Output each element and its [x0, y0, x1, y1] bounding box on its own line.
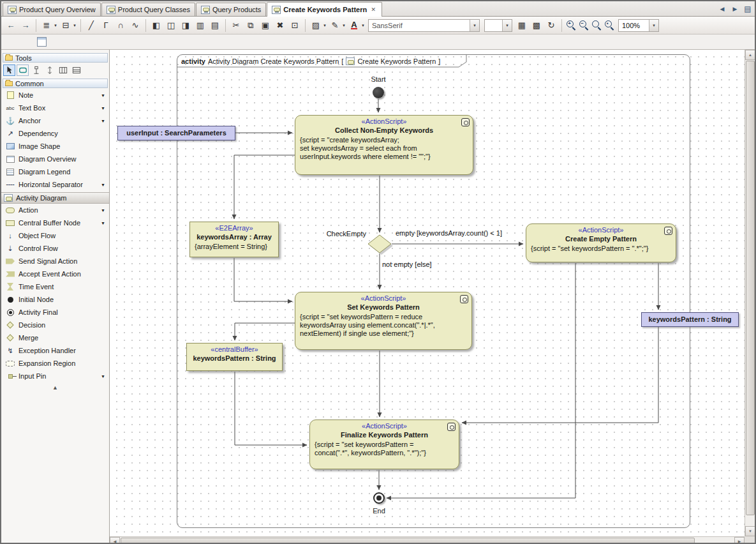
copy-icon[interactable]: ⧉ — [244, 19, 258, 33]
vertical-swimlanes-tool-icon[interactable] — [57, 64, 69, 76]
scroll-down-icon[interactable] — [745, 526, 755, 536]
rectilinear-path-icon[interactable]: Γ — [99, 19, 113, 33]
scroll-left-icon[interactable] — [110, 537, 120, 544]
palette-scroll-up-icon[interactable] — [1, 382, 109, 391]
delete-icon[interactable]: ✖ — [273, 19, 287, 33]
pin-keywordspattern[interactable]: keywordsPattern : String — [641, 312, 739, 327]
palette-item-object-flow[interactable]: ↓ Object Flow — [1, 229, 109, 242]
fill-color-icon[interactable]: ▨ — [309, 19, 323, 33]
zoom-selection-icon[interactable]: ▪ — [604, 19, 616, 31]
back-icon[interactable]: ← — [4, 19, 18, 33]
scroll-right-icon[interactable] — [734, 537, 745, 544]
dropdown-icon[interactable] — [101, 374, 105, 379]
tab-query-products[interactable]: Query Products — [196, 3, 266, 16]
action-create-empty-pattern[interactable]: «ActionScript» Create Empty Pattern {scr… — [526, 223, 676, 262]
align-right-icon[interactable]: ◨ — [179, 19, 193, 33]
palette-item-initial-node[interactable]: Initial Node — [1, 293, 109, 306]
dropdown-icon[interactable] — [101, 183, 105, 187]
zoom-out-icon[interactable]: − — [578, 19, 590, 31]
palette-item-send-signal-action[interactable]: Send Signal Action — [1, 255, 109, 268]
chevron-down-icon[interactable] — [360, 23, 366, 28]
zoom-level-select[interactable]: 100% — [618, 19, 659, 32]
flow-collect-to-keywordsarray[interactable] — [234, 155, 295, 219]
palette-item-exception-handler[interactable]: ↯ Exception Handler — [1, 344, 109, 357]
oblique-path-icon[interactable]: ╱ — [84, 19, 98, 33]
tab-create-keywords-pattern[interactable]: Create Keywords Pattern — [267, 2, 382, 17]
palette-item-diagram-legend[interactable]: Diagram Legend — [1, 165, 109, 178]
chevron-down-icon[interactable] — [470, 20, 479, 31]
vertical-scroll-thumb[interactable] — [746, 61, 755, 515]
palette-item-input-pin[interactable]: Input Pin — [1, 370, 109, 382]
containment-tool-icon[interactable]: ≣ — [40, 19, 54, 33]
tree-layout-tool-icon[interactable] — [30, 64, 42, 76]
diagram-canvas[interactable]: activity Activity Diagram Create Keyword… — [110, 50, 745, 536]
palette-item-central-buffer-node[interactable]: Central Buffer Node — [1, 216, 109, 229]
tab-product-query-overview[interactable]: Product Query Overview — [3, 3, 101, 16]
action-finalize-keywords-pattern[interactable]: «ActionScript» Finalize Keywords Pattern… — [309, 419, 459, 469]
palette-item-expansion-region[interactable]: Expansion Region — [1, 357, 109, 370]
palette-item-activity-final[interactable]: Activity Final — [1, 306, 109, 319]
vertical-scrollbar[interactable] — [745, 50, 755, 536]
paste-icon[interactable]: ▣ — [258, 19, 272, 33]
inventory-tool-icon[interactable]: ⊟ — [59, 19, 73, 33]
line-color-icon[interactable]: ✎ — [328, 19, 342, 33]
activity-diagram-section-header[interactable]: Activity Diagram — [1, 192, 109, 204]
font-family-select[interactable]: SansSerif — [368, 19, 480, 32]
font-size-select[interactable] — [484, 19, 512, 32]
distribute-vertical-icon[interactable]: ▤ — [208, 19, 222, 33]
dropdown-icon[interactable] — [101, 208, 105, 213]
decision-node[interactable] — [368, 235, 391, 253]
action-collect-non-empty-keywords[interactable]: «ActionScript» Collect Non-Empty Keyword… — [295, 115, 473, 175]
flow-keywordspattern-to-finalize[interactable] — [462, 327, 658, 423]
palette-item-accept-event-action[interactable]: Accept Event Action — [1, 268, 109, 280]
horizontal-scrollbar[interactable] — [110, 536, 745, 544]
flow-keywordsarray-to-set[interactable] — [234, 258, 292, 301]
shape-tool-icon[interactable] — [17, 64, 29, 76]
scroll-tabs-left-icon[interactable] — [718, 4, 727, 14]
layers-icon[interactable]: ⊡ — [288, 19, 302, 33]
dropdown-icon[interactable] — [101, 119, 105, 123]
diagram-frame-icon[interactable] — [37, 37, 47, 47]
cut-icon[interactable]: ✂ — [229, 19, 243, 33]
select-tool-icon[interactable] — [3, 64, 15, 76]
edge-label-checkempty[interactable]: CheckEmpty — [320, 230, 366, 238]
palette-item-decision[interactable]: Decision — [1, 319, 109, 331]
zoom-in-icon[interactable]: + — [565, 19, 577, 31]
close-icon[interactable] — [369, 6, 377, 13]
horizontal-scroll-thumb[interactable] — [121, 538, 695, 544]
align-center-icon[interactable]: ◫ — [164, 19, 178, 33]
edge-label-not-empty-guard[interactable]: not empty [else] — [382, 261, 432, 268]
palette-item-diagram-overview[interactable]: Diagram Overview — [1, 153, 109, 165]
distribute-horizontal-icon[interactable]: ▥ — [193, 19, 207, 33]
font-color-icon[interactable]: A — [351, 21, 357, 29]
forward-icon[interactable]: → — [19, 19, 33, 33]
action-set-keywords-pattern[interactable]: «ActionScript» Set Keywords Pattern {scr… — [295, 292, 472, 350]
palette-item-text-box[interactable]: abc Text Box — [1, 102, 109, 114]
tools-section-header[interactable]: Tools — [3, 53, 108, 63]
scroll-up-icon[interactable] — [745, 50, 755, 60]
resize-tool-icon[interactable] — [43, 64, 56, 76]
zoom-fit-icon[interactable] — [591, 19, 603, 31]
chevron-down-icon[interactable] — [341, 23, 346, 28]
dependency-matrix-icon[interactable]: ▩ — [530, 19, 544, 33]
splined-path-icon[interactable]: ∿ — [128, 19, 142, 33]
central-buffer-keywordspattern[interactable]: «centralBuffer» keywordsPattern : String — [186, 343, 283, 371]
curved-path-icon[interactable]: ∩ — [114, 19, 128, 33]
palette-item-dependency[interactable]: ↗ Dependency — [1, 127, 109, 140]
edge-label-empty-guard[interactable]: empty [keywordsArray.count() < 1] — [396, 229, 502, 237]
dropdown-icon[interactable] — [101, 106, 105, 110]
chevron-down-icon[interactable] — [502, 20, 512, 31]
dropdown-icon[interactable] — [101, 221, 105, 225]
palette-item-anchor[interactable]: ⚓ Anchor — [1, 114, 109, 127]
flow-centralbuffer-to-finalize[interactable] — [235, 372, 307, 445]
palette-item-action[interactable]: Action — [1, 204, 109, 216]
tab-product-query-classes[interactable]: Product Query Classes — [101, 3, 195, 16]
dropdown-icon[interactable] — [101, 93, 105, 98]
tab-list-icon[interactable] — [743, 4, 752, 14]
scroll-tabs-right-icon[interactable] — [730, 4, 739, 14]
horizontal-swimlanes-tool-icon[interactable] — [70, 64, 82, 76]
object-node-keywordsarray[interactable]: «E2EArray» keywordsArray : Array {arrayE… — [189, 222, 279, 257]
palette-item-time-event[interactable]: Time Event — [1, 280, 109, 293]
palette-item-note[interactable]: Note — [1, 89, 109, 102]
align-left-icon[interactable]: ◧ — [149, 19, 163, 33]
